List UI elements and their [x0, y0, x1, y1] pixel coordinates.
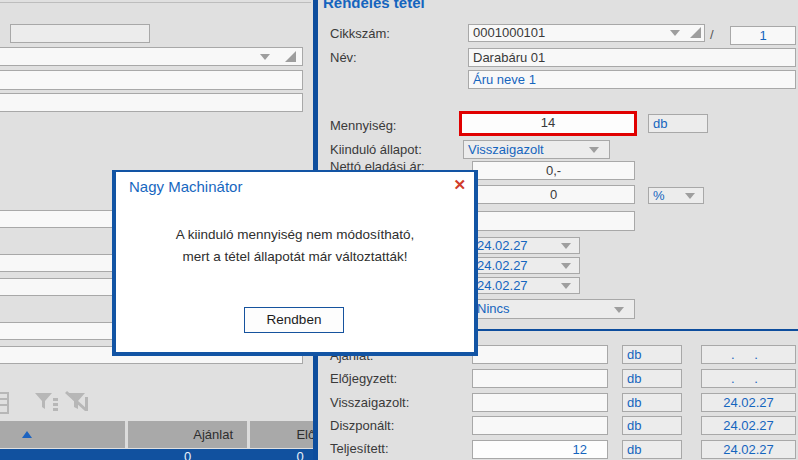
summary-unit-field: db [622, 416, 682, 435]
grid-icon [0, 390, 10, 416]
mennyiseg-unit-field: db [648, 114, 708, 133]
date-value: 24.02.27 [477, 238, 528, 253]
close-icon[interactable]: ✕ [453, 176, 466, 194]
nincs-dropdown[interactable]: Nincs [472, 299, 635, 319]
chevron-down-icon[interactable] [589, 147, 599, 153]
summary-qty-field[interactable] [472, 416, 608, 435]
kiindulo-allapot-label: Kiinduló állapot: [330, 142, 422, 157]
summary-label: Előjegyzett: [330, 371, 397, 386]
date-value: 24.02.27 [477, 278, 528, 293]
chevron-down-icon[interactable] [670, 30, 680, 36]
app-window: Ajánlat Előjegyzett 0 0 Rendelés tétel C… [0, 0, 798, 460]
left-combo-field[interactable] [0, 47, 303, 66]
corner-lookup-icon[interactable] [285, 51, 296, 62]
chevron-down-icon[interactable] [260, 54, 270, 60]
summary-date-field: 24.02.27 [701, 440, 796, 459]
sort-ascending-icon[interactable] [22, 431, 32, 438]
chevron-down-icon[interactable] [561, 263, 571, 269]
index-separator: / [710, 27, 714, 42]
discount-field[interactable]: 0 [472, 185, 635, 204]
table-header[interactable]: Ajánlat Előjegyzett [0, 421, 313, 448]
filter-clear-icon[interactable] [63, 389, 90, 416]
column-header-elojegyzett[interactable]: Előjegyzett [250, 421, 313, 448]
cikkszam-index-field[interactable]: 1 [730, 26, 796, 45]
message-dialog: Nagy Machinátor ✕ A kiinduló mennyiség n… [112, 170, 478, 356]
aru-neve-field[interactable]: Áru neve 1 [468, 70, 796, 89]
netto-eladasi-ar-field[interactable]: 0,- [472, 161, 635, 180]
section-divider [478, 329, 798, 331]
summary-date-field: . . [701, 345, 796, 364]
chevron-down-icon[interactable] [685, 193, 695, 199]
corner-lookup-icon[interactable] [690, 27, 701, 38]
summary-unit-field: db [622, 393, 682, 412]
price-extra-field[interactable] [472, 211, 635, 231]
chevron-down-icon[interactable] [614, 307, 624, 313]
nev-field[interactable]: Darabáru 01 [468, 48, 796, 67]
filter-icon[interactable] [33, 389, 60, 416]
dialog-title: Nagy Machinátor [129, 178, 242, 195]
cikkszam-label: Cikkszám: [330, 26, 390, 41]
dialog-message-line2: mert a tétel állapotát már változtatták! [116, 249, 474, 264]
left-small-field[interactable] [10, 24, 150, 43]
date-value: 24.02.27 [477, 258, 528, 273]
summary-qty-field[interactable] [472, 369, 608, 388]
kiindulo-allapot-dropdown[interactable]: Visszaigazolt [463, 140, 610, 159]
chevron-down-icon[interactable] [561, 243, 571, 249]
summary-label: Diszponált: [330, 418, 394, 433]
date-dropdown-2[interactable]: 24.02.27 [472, 257, 580, 274]
summary-qty-field[interactable] [472, 345, 608, 364]
summary-label: Teljesített: [330, 441, 389, 456]
mennyiseg-field[interactable]: 14 [462, 114, 634, 133]
left-window-top-border [0, 2, 311, 3]
left-text-field[interactable] [0, 70, 303, 90]
ok-button[interactable]: Rendben [244, 307, 344, 333]
mennyiseg-label: Mennyiség: [330, 118, 396, 133]
panel-title: Rendelés tétel [323, 0, 425, 11]
summary-unit-field: db [622, 369, 682, 388]
column-header-ajanlat[interactable]: Ajánlat [128, 421, 233, 448]
date-dropdown-3[interactable]: 24.02.27 [472, 277, 580, 294]
mennyiseg-error-highlight: 14 [459, 111, 637, 136]
nincs-value: Nincs [477, 301, 510, 316]
summary-qty-field[interactable] [472, 393, 608, 412]
date-dropdown-1[interactable]: 24.02.27 [472, 237, 580, 254]
discount-unit-dropdown[interactable]: % [648, 187, 704, 204]
summary-date-field: 24.02.27 [701, 393, 796, 412]
summary-date-field: 24.02.27 [701, 416, 796, 435]
summary-unit-field: db [622, 440, 682, 459]
discount-unit-value: % [653, 188, 665, 203]
summary-date-field: . . [701, 369, 796, 388]
kiindulo-allapot-value: Visszaigazolt [468, 142, 544, 157]
left-text-field[interactable] [0, 93, 303, 112]
summary-unit-field: db [622, 345, 682, 364]
table-cell-ajanlat: 0 [128, 449, 247, 460]
chevron-down-icon[interactable] [561, 283, 571, 289]
table-cell-elojegyzett: 0 [250, 449, 313, 460]
dialog-message-line1: A kiinduló mennyiség nem módosítható, [116, 227, 474, 242]
cikkszam-value: 0001000101 [473, 25, 545, 40]
table-row[interactable]: 0 0 [0, 449, 313, 460]
cikkszam-combobox[interactable]: 0001000101 [468, 24, 705, 42]
summary-label: Visszaigazolt: [330, 395, 409, 410]
nev-label: Név: [330, 50, 357, 65]
summary-qty-field[interactable]: 12 [472, 440, 608, 459]
